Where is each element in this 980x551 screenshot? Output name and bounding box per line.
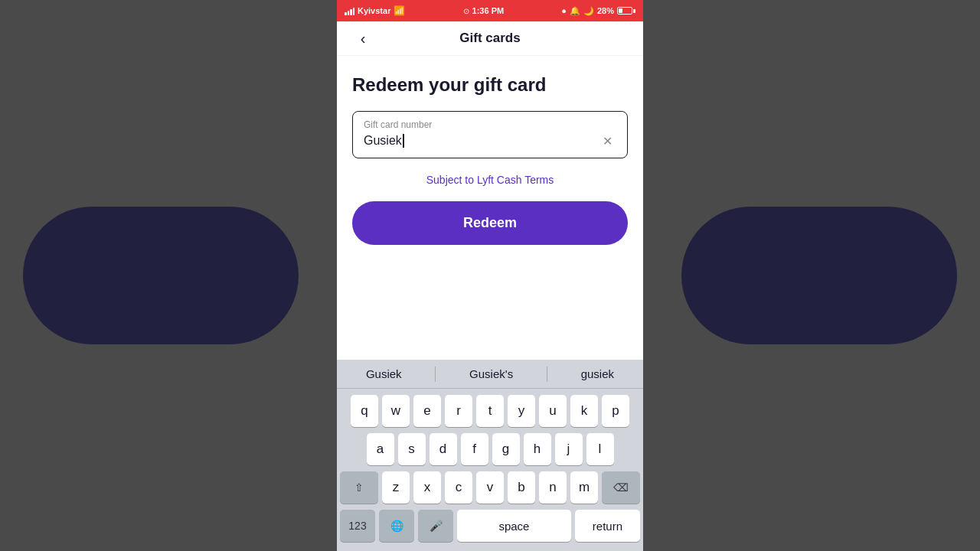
key-u[interactable]: u (539, 395, 567, 427)
key-s[interactable]: s (398, 433, 426, 465)
microphone-key[interactable]: 🎤 (418, 510, 453, 542)
backspace-key[interactable]: ⌫ (602, 471, 640, 504)
autocomplete-word-3[interactable]: gusiek (572, 364, 623, 383)
bg-oval-left (23, 207, 299, 344)
carrier-label: Kyivstar (358, 6, 390, 15)
autocomplete-divider-2 (547, 367, 547, 382)
terms-link[interactable]: Subject to Lyft Cash Terms (352, 174, 628, 186)
key-e[interactable]: e (413, 395, 441, 427)
keyboard-row-4: 123 🌐 🎤 space return (340, 510, 640, 542)
keyboard-row-1: q w e r t y u k p (340, 395, 640, 427)
phone-frame: Kyivstar 📶 ⊙ 1:36 PM ● 🔔 🌙 28% (337, 0, 643, 551)
battery-icon (617, 7, 635, 15)
key-d[interactable]: d (430, 433, 457, 465)
app-content: ‹ Gift cards Redeem your gift card Gift … (337, 21, 643, 551)
background: Kyivstar 📶 ⊙ 1:36 PM ● 🔔 🌙 28% (0, 0, 980, 551)
key-t[interactable]: t (476, 395, 504, 427)
key-n[interactable]: n (539, 471, 567, 504)
text-cursor (403, 134, 404, 148)
nav-bar: ‹ Gift cards (337, 21, 643, 56)
keyboard: q w e r t y u k p a s d f g h (337, 389, 643, 551)
key-w[interactable]: w (382, 395, 410, 427)
screen-content: Redeem your gift card Gift card number G… (337, 56, 643, 360)
clock: 1:36 PM (472, 6, 505, 15)
clear-button[interactable]: ✕ (598, 132, 616, 150)
nav-title: Gift cards (459, 31, 520, 46)
key-p[interactable]: p (602, 395, 629, 427)
keyboard-row-2: a s d f g h j l (340, 433, 640, 465)
bg-oval-right (681, 207, 957, 344)
key-h[interactable]: h (524, 433, 551, 465)
battery-label: 28% (597, 6, 614, 15)
space-key[interactable]: space (457, 510, 571, 542)
key-f[interactable]: f (461, 433, 488, 465)
key-m[interactable]: m (570, 471, 598, 504)
key-g[interactable]: g (492, 433, 520, 465)
redeem-button[interactable]: Redeem (352, 201, 628, 245)
input-label: Gift card number (364, 119, 616, 130)
signal-number-icon: ● (561, 6, 567, 15)
keyboard-row-3: ⇧ z x c v b n m ⌫ (340, 471, 640, 504)
key-v[interactable]: v (476, 471, 504, 504)
input-value-row: Gusiek ✕ (364, 132, 616, 150)
status-center: ⊙ 1:36 PM (463, 6, 505, 15)
autocomplete-bar: Gusiek Gusiek's gusiek (337, 360, 643, 389)
status-bar: Kyivstar 📶 ⊙ 1:36 PM ● 🔔 🌙 28% (337, 0, 643, 21)
input-value: Gusiek (364, 134, 598, 148)
key-x[interactable]: x (413, 471, 441, 504)
autocomplete-divider-1 (435, 367, 436, 382)
shift-key[interactable]: ⇧ (340, 471, 378, 504)
back-button[interactable]: ‹ (349, 24, 377, 52)
globe-key[interactable]: 🌐 (379, 510, 414, 542)
signal-icon (345, 6, 354, 15)
key-q[interactable]: q (351, 395, 378, 427)
key-k[interactable]: k (570, 395, 598, 427)
notifications-icon: 🔔 (570, 6, 580, 16)
wifi-icon: 📶 (394, 5, 405, 16)
key-j[interactable]: j (555, 433, 583, 465)
status-left: Kyivstar 📶 (345, 5, 405, 16)
location-icon: ⊙ (463, 7, 469, 15)
key-l[interactable]: l (586, 433, 614, 465)
moon-icon: 🌙 (583, 6, 594, 16)
return-key[interactable]: return (575, 510, 640, 542)
key-b[interactable]: b (508, 471, 535, 504)
key-r[interactable]: r (445, 395, 472, 427)
key-c[interactable]: c (445, 471, 472, 504)
status-right: ● 🔔 🌙 28% (561, 6, 635, 16)
key-a[interactable]: a (367, 433, 394, 465)
numbers-key[interactable]: 123 (340, 510, 375, 542)
autocomplete-word-1[interactable]: Gusiek (357, 364, 411, 383)
autocomplete-word-2[interactable]: Gusiek's (460, 364, 522, 383)
gift-card-input-container[interactable]: Gift card number Gusiek ✕ (352, 111, 628, 158)
key-z[interactable]: z (382, 471, 410, 504)
page-heading: Redeem your gift card (352, 74, 628, 96)
key-y[interactable]: y (508, 395, 535, 427)
